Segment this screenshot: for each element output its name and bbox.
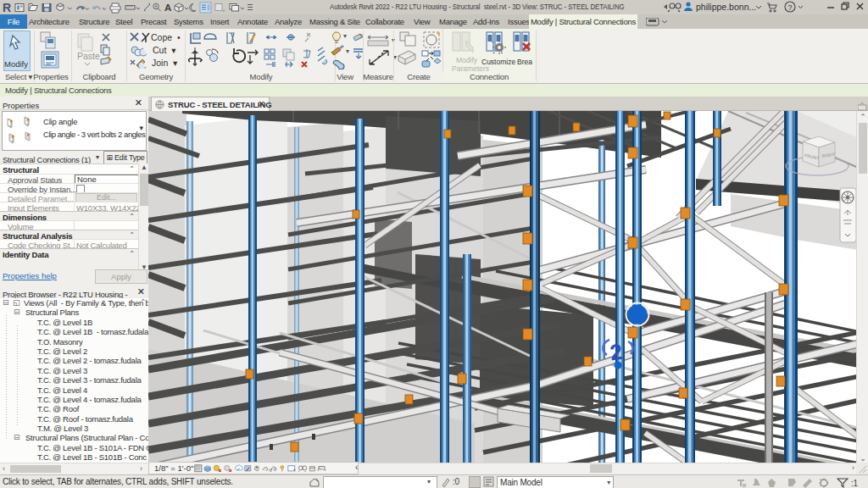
svg-text:?: ? (788, 3, 793, 12)
svg-text::1: :1 (851, 479, 859, 488)
svg-text:Customize: Customize (481, 58, 515, 66)
svg-text:▾: ▾ (346, 47, 349, 55)
svg-text:R: R (3, 1, 11, 14)
svg-text:A: A (164, 3, 171, 13)
svg-text:philippe.bonn...: philippe.bonn... (696, 2, 756, 12)
svg-text:Modify: Modify (456, 56, 478, 64)
svg-text:Paste: Paste (77, 51, 100, 61)
svg-text:▾: ▾ (343, 32, 347, 40)
svg-text:Break: Break (517, 58, 532, 66)
